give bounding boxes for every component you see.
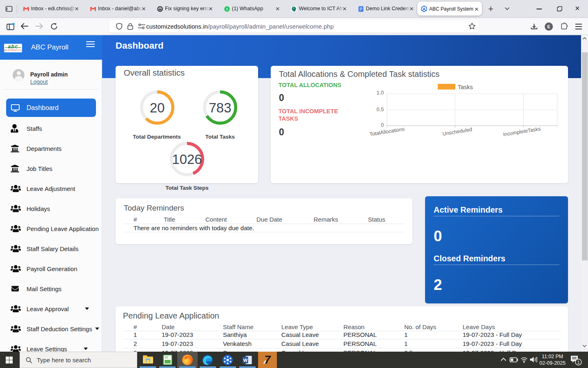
svg-text:1: 1: [577, 360, 579, 365]
svg-text:1: 1: [226, 7, 228, 11]
svg-text:20: 20: [150, 100, 165, 115]
svg-text:783: 783: [209, 100, 231, 115]
svg-text:1026: 1026: [172, 152, 202, 167]
svg-text:W: W: [243, 358, 248, 363]
